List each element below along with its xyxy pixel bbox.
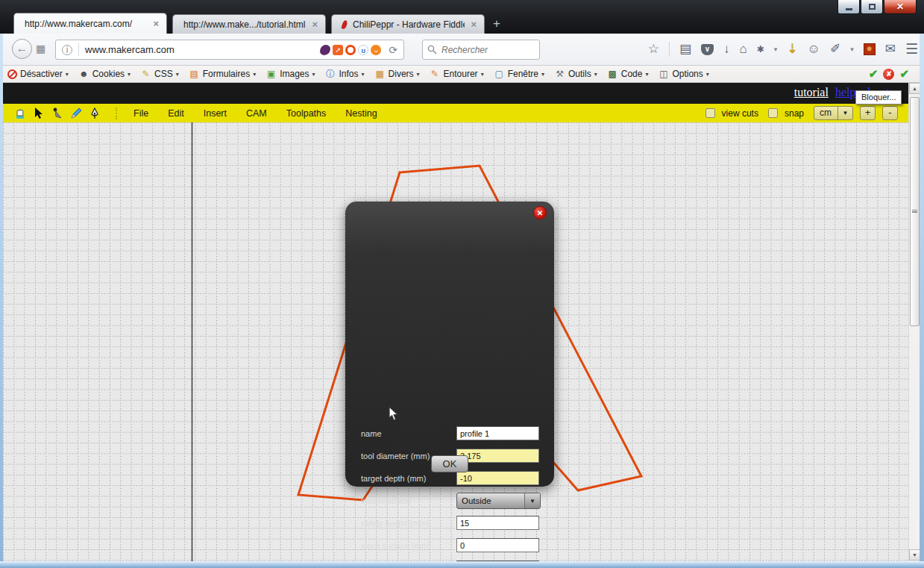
- mail-icon[interactable]: ✉: [885, 40, 896, 58]
- devbar-item-label: Désactiver: [20, 69, 63, 79]
- magnifier-icon: [427, 45, 437, 54]
- menu-nesting[interactable]: Nesting: [345, 108, 377, 119]
- downloads-icon[interactable]: ↓: [723, 40, 730, 58]
- devbar-item-code[interactable]: ▩ Code ▾: [607, 69, 649, 79]
- devbar-item-css[interactable]: ✎ CSS ▾: [140, 69, 179, 79]
- unit-dropdown[interactable]: cm ▼: [814, 106, 853, 120]
- menu-toolpaths[interactable]: Toolpaths: [286, 108, 327, 119]
- scrapbook-addon-icon[interactable]: ✹: [864, 43, 876, 55]
- menu-file[interactable]: File: [133, 108, 148, 119]
- select-arrow-icon[interactable]: [32, 107, 45, 120]
- arrow-badge-icon[interactable]: ➚: [333, 45, 343, 55]
- help-link[interactable]: help: [835, 86, 856, 99]
- devbar-item-formulaires[interactable]: ▤ Formulaires ▾: [189, 69, 256, 79]
- eggplant-icon[interactable]: [320, 45, 330, 55]
- search-box[interactable]: [422, 40, 540, 60]
- tools-icon: ⚒: [554, 69, 565, 79]
- smiley-badge-icon[interactable]: ᴗ: [371, 45, 381, 55]
- minimize-button[interactable]: [837, 0, 860, 14]
- devbar-item-cookies[interactable]: ☻ Cookies ▾: [78, 69, 131, 79]
- scroll-up-button[interactable]: ▲: [909, 83, 920, 94]
- chevron-down-icon[interactable]: ▾: [774, 40, 778, 58]
- devbar-item-infos[interactable]: ⓘ Infos ▾: [325, 68, 365, 81]
- devbar-item-outils[interactable]: ⚒ Outils ▾: [554, 69, 597, 79]
- field-label-target-depth: target depth (mm): [361, 474, 426, 483]
- pencil-tool-icon[interactable]: [69, 107, 83, 120]
- devbar-item-options[interactable]: ◫ Options ▾: [658, 69, 708, 79]
- circle-badge-icon[interactable]: [345, 45, 356, 55]
- zoom-out-button[interactable]: -: [882, 106, 898, 120]
- pan-hand-icon[interactable]: [13, 107, 27, 120]
- pocket-icon[interactable]: ∨: [701, 44, 714, 55]
- field-label-tool-diameter: tool diameter (mm): [361, 452, 430, 461]
- reading-list-icon[interactable]: ▤: [679, 40, 691, 58]
- mouse-cursor: [389, 406, 400, 422]
- tab-label: http://www.make.../tutorial.html: [183, 19, 306, 30]
- view-cuts-checkbox[interactable]: [705, 108, 715, 118]
- chevron-down-icon: ▾: [541, 71, 544, 78]
- back-button[interactable]: ←: [12, 39, 32, 59]
- valid-check-icon[interactable]: ✔: [869, 67, 879, 81]
- tab-label: ChiliPeppr - Hardware Fiddle: [353, 19, 465, 30]
- devbar-item-label: Options: [672, 69, 703, 79]
- zoom-in-button[interactable]: +: [860, 106, 876, 120]
- bookmark-star-icon[interactable]: ☆: [648, 40, 659, 58]
- menu-bar: File Edit Insert CAM Toolpaths Nesting: [133, 108, 377, 119]
- devbar-item-images[interactable]: ▣ Images ▾: [265, 69, 315, 79]
- menu-insert[interactable]: Insert: [204, 108, 227, 119]
- tab-close-icon[interactable]: ×: [153, 18, 159, 29]
- menu-cam[interactable]: CAM: [246, 108, 267, 119]
- name-field[interactable]: [456, 426, 539, 440]
- ok-button[interactable]: OK: [431, 455, 468, 472]
- safety-height-field[interactable]: [456, 516, 539, 530]
- scrollbar-thumb[interactable]: [910, 97, 920, 326]
- tool-diameter-field[interactable]: [456, 449, 539, 463]
- tab-chilipeppr[interactable]: ChiliPeppr - Hardware Fiddle ×: [331, 14, 485, 34]
- tutorial-link[interactable]: tutorial: [794, 86, 829, 99]
- session-restore-icon[interactable]: ▦: [36, 43, 51, 55]
- menu-edit[interactable]: Edit: [168, 108, 184, 119]
- tab-close-icon[interactable]: ×: [312, 19, 318, 30]
- search-input[interactable]: [441, 45, 524, 55]
- home-icon[interactable]: ⌂: [739, 40, 747, 58]
- dropdown-arrow-icon[interactable]: ▼: [524, 493, 540, 508]
- downthemall-icon[interactable]: ⇣: [787, 40, 797, 58]
- url-text[interactable]: www.makercam.com: [85, 44, 320, 55]
- devbar-item-entourer[interactable]: ✎ Entourer ▾: [430, 69, 484, 79]
- devbar-item-label: Images: [280, 69, 309, 79]
- maximize-button[interactable]: [861, 0, 883, 14]
- tab-close-icon[interactable]: ×: [471, 19, 477, 30]
- snap-checkbox[interactable]: [768, 108, 778, 118]
- site-header: tutorial help about: [3, 83, 908, 104]
- chevron-down-icon: ▾: [645, 71, 648, 78]
- chevron-down-icon[interactable]: ▾: [850, 40, 854, 58]
- swirl-badge-icon[interactable]: ʊ: [358, 45, 368, 55]
- hamburger-menu-icon[interactable]: ☰: [905, 40, 918, 58]
- tool-icons: [3, 107, 123, 120]
- devbar-item-divers[interactable]: ▦ Divers ▾: [374, 69, 420, 79]
- target-depth-field[interactable]: [456, 471, 539, 485]
- reload-icon[interactable]: ⟳: [389, 44, 397, 56]
- tab-makercam[interactable]: http://www.makercam.com/ ×: [13, 13, 167, 34]
- valid-check-icon[interactable]: ✔: [899, 67, 909, 81]
- vertical-scrollbar[interactable]: ▲ ▼: [908, 83, 920, 561]
- node-select-icon[interactable]: [51, 107, 64, 120]
- stock-surface-field[interactable]: [456, 538, 539, 552]
- site-info-icon[interactable]: i: [62, 45, 72, 55]
- chevron-down-icon: ▾: [481, 71, 484, 78]
- error-icon[interactable]: ✘: [883, 69, 894, 80]
- eyedropper-icon[interactable]: ✐: [830, 40, 840, 58]
- new-tab-button[interactable]: +: [493, 16, 500, 34]
- pen-tool-icon[interactable]: [88, 107, 101, 120]
- smiley-addon-icon[interactable]: ☺: [808, 40, 820, 58]
- url-bar[interactable]: i www.makercam.com ➚ ʊ ᴗ ⟳: [55, 40, 404, 60]
- person-icon: ☻: [78, 69, 89, 79]
- close-button[interactable]: ✕: [884, 0, 917, 14]
- tab-tutorial[interactable]: http://www.make.../tutorial.html ×: [172, 14, 326, 34]
- devbar-item-fenetre[interactable]: ▢ Fenêtre ▾: [494, 69, 544, 79]
- devbar-item-desactiver[interactable]: Désactiver ▾: [7, 69, 69, 79]
- inside-outside-dropdown[interactable]: Outside ▼: [456, 493, 541, 509]
- bug-addon-icon[interactable]: ✱: [757, 40, 764, 58]
- dialog-close-icon[interactable]: ✕: [533, 206, 547, 219]
- scroll-down-button[interactable]: ▼: [909, 549, 920, 561]
